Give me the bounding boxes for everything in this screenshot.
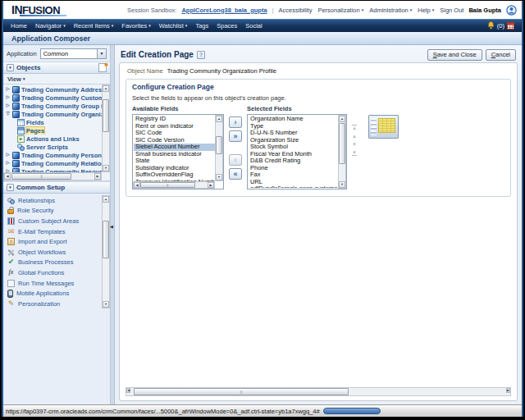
scroll-right-button[interactable]	[94, 173, 101, 180]
collapse-icon[interactable]	[7, 184, 14, 191]
tree-node-actions-and-links[interactable]: Actions and Links	[3, 135, 102, 143]
scroll-left-button[interactable]	[4, 173, 11, 180]
view-menu-button[interactable]: View	[7, 75, 25, 83]
selected-field-option[interactable]: D&B Credit Rating	[249, 158, 338, 165]
available-field-option[interactable]: SIC Code Version	[134, 137, 215, 144]
tree-vertical-scrollbar[interactable]	[102, 84, 110, 172]
tree-node-trading-community-relationship[interactable]: Trading Community Relationship	[3, 159, 102, 167]
selected-fields-list[interactable]: Organization NameTypeD-U-N-S NumberOrgan…	[247, 114, 347, 189]
scroll-left-button[interactable]	[126, 388, 130, 393]
nav-item-home[interactable]: Home	[11, 22, 27, 30]
help-icon[interactable]: ?	[197, 51, 205, 59]
available-field-option[interactable]: Registry ID	[134, 116, 215, 123]
move-to-top-button[interactable]: ▲	[352, 125, 357, 130]
collapse-icon[interactable]	[7, 64, 14, 71]
common-setup-item-object-workflows[interactable]: Object Workflows	[3, 247, 102, 258]
remove-all-button[interactable]: «	[229, 168, 242, 180]
common-setup-item-e-mail-templates[interactable]: E-Mail Templates	[3, 226, 102, 237]
selected-field-option[interactable]: Fax	[249, 171, 338, 179]
selected-field-option[interactable]: D-U-N-S Number	[249, 130, 338, 137]
move-to-bottom-button[interactable]: ▼	[352, 150, 357, 156]
selected-field-option[interactable]: adfBundle['oracle.apps.customerCenter.ap…	[249, 185, 338, 188]
common-setup-item-role-security[interactable]: Role Security	[3, 206, 102, 217]
common-setup-item-run-time-messages[interactable]: Run Time Messages	[3, 278, 102, 289]
tree-node-trading-community-person-profile[interactable]: Trading Community Person Profile	[3, 151, 102, 159]
expand-icon[interactable]	[5, 95, 11, 100]
scroll-down-button[interactable]	[103, 165, 109, 171]
scroll-right-button[interactable]	[506, 388, 510, 393]
global-link-accessibility[interactable]: Accessibility	[279, 7, 313, 14]
common-setup-item-import-and-export[interactable]: Import and Export	[3, 236, 102, 247]
global-link-sign-out[interactable]: Sign Out	[440, 7, 463, 14]
remove-selected-button[interactable]: ‹	[229, 154, 242, 166]
available-field-option[interactable]: Rent or own indicator	[134, 123, 215, 130]
cancel-button[interactable]: Cancel	[486, 49, 516, 61]
scroll-right-button[interactable]	[208, 182, 214, 188]
selected-field-option[interactable]: Type	[249, 123, 338, 130]
scroll-up-button[interactable]	[339, 116, 345, 122]
common-setup-accordion-header[interactable]: Common Setup	[3, 181, 110, 194]
scrollbar-thumb[interactable]	[140, 182, 195, 188]
scrollbar-thumb[interactable]	[11, 173, 71, 180]
selected-field-option[interactable]: Stock Symbol	[249, 144, 338, 151]
move-all-button[interactable]: »	[229, 130, 242, 142]
scroll-down-button[interactable]	[216, 174, 222, 180]
tree-node-trading-community-group-profile[interactable]: Trading Community Group Profile	[3, 102, 102, 110]
selected-field-option[interactable]: Phone	[249, 165, 338, 172]
global-link-administration[interactable]: Administration	[369, 7, 412, 14]
nav-item-social[interactable]: Social	[245, 22, 262, 30]
scroll-up-button[interactable]	[103, 196, 109, 203]
panel-splitter[interactable]	[111, 45, 115, 404]
tree-node-trading-community-address[interactable]: Trading Community Address	[3, 85, 102, 94]
chevron-down-icon[interactable]	[97, 49, 106, 58]
tree-node-trading-community-organization-profile[interactable]: Trading Community Organization Profile	[3, 110, 102, 118]
available-list-vscrollbar[interactable]	[215, 115, 223, 181]
available-field-option[interactable]: State	[134, 158, 215, 165]
move-up-button[interactable]: ▲	[352, 134, 357, 139]
scroll-down-button[interactable]	[103, 301, 109, 308]
selected-list-vscrollbar[interactable]	[338, 115, 346, 189]
common-setup-item-mobile-applications[interactable]: Mobile Applications	[3, 288, 102, 299]
available-field-option[interactable]: Small business indicator	[134, 151, 215, 158]
selected-field-option[interactable]: Organization Name	[249, 116, 338, 123]
available-field-option[interactable]: Siebel Account Number	[134, 144, 215, 151]
tree-node-pages[interactable]: Pages	[3, 126, 102, 135]
available-field-option[interactable]: SuffixOverriddenFlag	[134, 171, 215, 179]
common-setup-item-relationships[interactable]: Relationships	[3, 195, 102, 206]
scroll-down-button[interactable]	[339, 181, 345, 188]
nav-item-recent-items[interactable]: Recent Items	[74, 22, 114, 30]
move-selected-button[interactable]: ›	[229, 116, 242, 128]
scroll-up-button[interactable]	[216, 116, 222, 122]
expand-icon[interactable]	[5, 161, 11, 166]
collapse-icon[interactable]	[5, 112, 11, 116]
expand-icon[interactable]	[5, 87, 11, 92]
session-sandbox-link[interactable]: ApplCoreLong38_bala_gupta	[181, 7, 267, 14]
scrollbar-thumb[interactable]	[339, 123, 345, 164]
user-avatar-icon[interactable]	[506, 5, 517, 16]
common-setup-item-global-functions[interactable]: Global Functions	[3, 267, 102, 278]
global-link-help[interactable]: Help	[418, 7, 434, 14]
application-select[interactable]: Common	[40, 48, 107, 59]
nav-item-tags[interactable]: Tags	[195, 22, 208, 30]
scrollbar-thumb[interactable]	[134, 388, 349, 395]
nav-item-watchlist[interactable]: Watchlist	[159, 22, 188, 30]
nav-item-navigator[interactable]: Navigator	[35, 22, 66, 30]
notifications-bell-icon[interactable]	[487, 21, 495, 30]
available-list-hscrollbar[interactable]	[133, 181, 215, 189]
move-down-button[interactable]: ▼	[352, 142, 357, 147]
tree-horizontal-scrollbar[interactable]	[3, 172, 102, 180]
expand-icon[interactable]	[5, 103, 11, 108]
expand-icon[interactable]	[5, 153, 11, 158]
objects-accordion-header[interactable]: Objects	[3, 62, 110, 74]
grid-icon[interactable]	[507, 22, 514, 30]
available-field-option[interactable]: Subsidiary indicator	[134, 165, 215, 172]
scroll-up-button[interactable]	[103, 85, 109, 92]
scrollbar-thumb[interactable]	[216, 136, 222, 154]
new-object-icon[interactable]	[98, 63, 107, 72]
common-setup-item-business-processes[interactable]: Business Processes	[3, 258, 102, 268]
available-fields-list[interactable]: Registry IDRent or own indicatorSIC Code…	[132, 114, 224, 189]
global-link-personalization[interactable]: Personalization	[317, 7, 363, 14]
nav-item-spaces[interactable]: Spaces	[217, 22, 237, 30]
common-setup-item-personalization[interactable]: Personalization	[3, 299, 102, 309]
tree-node-fields[interactable]: Fields	[3, 118, 102, 126]
